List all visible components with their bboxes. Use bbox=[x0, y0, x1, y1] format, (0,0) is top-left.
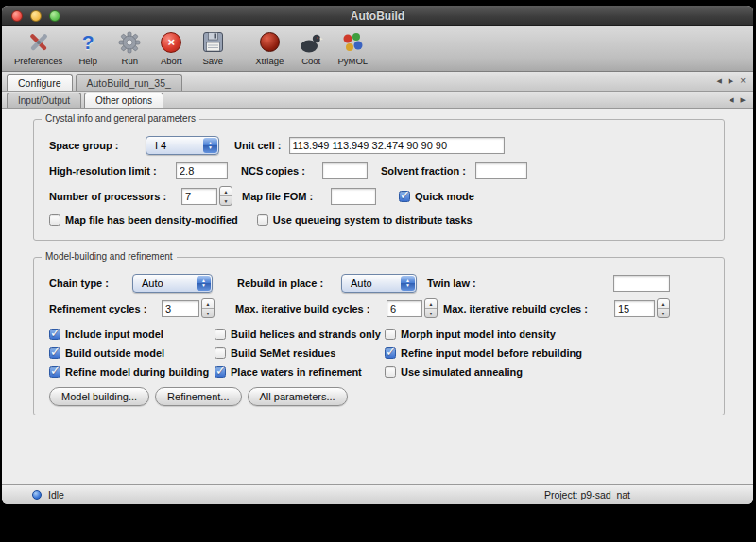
checkbox-build-semet[interactable]: Build SeMet residues bbox=[215, 347, 385, 359]
checkbox-queueing-system[interactable]: Use queueing system to distribute tasks bbox=[257, 214, 472, 226]
checkbox-build-helices-strands[interactable]: Build helices and strands only bbox=[215, 329, 385, 340]
max-rebuild-cycles-stepper[interactable] bbox=[657, 298, 670, 318]
tab-label: AutoBuild_run_35_ bbox=[87, 77, 171, 89]
refinement-button[interactable]: Refinement... bbox=[155, 387, 241, 406]
dropdown-arrows-icon bbox=[401, 276, 415, 291]
processors-stepper[interactable] bbox=[219, 186, 232, 206]
group-title: Crystal info and general parameters bbox=[42, 113, 199, 124]
status-bar: Idle Project: p9-sad_nat bbox=[2, 484, 753, 504]
max-rebuild-cycles-input[interactable] bbox=[614, 300, 655, 317]
preferences-button[interactable]: Preferences bbox=[9, 29, 67, 66]
xtriage-button[interactable]: Xtriage bbox=[249, 29, 290, 66]
unit-cell-label: Unit cell : bbox=[234, 140, 282, 151]
checkbox-box bbox=[399, 191, 410, 202]
refinement-cycles-input[interactable] bbox=[162, 300, 199, 317]
abort-button[interactable]: Abort bbox=[150, 29, 192, 66]
max-build-cycles-stepper[interactable] bbox=[424, 298, 438, 318]
twin-law-input[interactable] bbox=[613, 275, 670, 292]
status-indicator-icon bbox=[32, 490, 42, 500]
solvent-fraction-input[interactable] bbox=[475, 162, 527, 179]
processors-row: Number of processors : Map file FOM : Qu… bbox=[49, 183, 713, 209]
sub-tab-bar: Input/Output Other options ◀ ▶ bbox=[2, 92, 753, 109]
checkbox-refine-during-building[interactable]: Refine model during building bbox=[49, 366, 215, 378]
main-tab-bar: Configure AutoBuild_run_35_ ◀ ▶ × bbox=[2, 72, 753, 92]
checkbox-build-outside-model[interactable]: Build outside model bbox=[49, 347, 215, 359]
model-checkbox-grid: Include input model Build helices and st… bbox=[49, 329, 713, 378]
map-fom-input[interactable] bbox=[331, 188, 376, 205]
close-window-button[interactable] bbox=[11, 10, 23, 22]
all-parameters-button[interactable]: All parameters... bbox=[248, 387, 348, 406]
sub-tab-scroll-left-icon[interactable]: ◀ bbox=[729, 96, 733, 104]
model-buttons-row: Model building... Refinement... All para… bbox=[49, 387, 713, 406]
run-gear-icon bbox=[118, 29, 141, 55]
options-panel: Crystal info and general parameters Spac… bbox=[2, 109, 753, 484]
sub-tab-scroll-right-icon[interactable]: ▶ bbox=[741, 96, 746, 104]
space-group-value: I 4 bbox=[155, 140, 166, 151]
max-rebuild-cycles-label: Max. iterative rebuild cycles : bbox=[443, 303, 588, 314]
cycles-row: Refinement cycles : Max. iterative build… bbox=[49, 296, 713, 321]
resolution-row: High-resolution limit : NCS copies : Sol… bbox=[49, 158, 713, 183]
tab-other-options[interactable]: Other options bbox=[84, 93, 163, 108]
tab-label: Other options bbox=[95, 95, 152, 106]
chain-type-dropdown[interactable]: Auto bbox=[132, 274, 213, 293]
coot-button[interactable]: Coot bbox=[290, 29, 332, 66]
checkbox-label: Refine model during building bbox=[65, 366, 209, 378]
checkbox-box bbox=[385, 329, 396, 340]
checkbox-label: Refine input model before rebuilding bbox=[401, 347, 582, 359]
tab-autobuild-run-35[interactable]: AutoBuild_run_35_ bbox=[76, 74, 182, 91]
help-button[interactable]: ? Help bbox=[67, 29, 109, 66]
checkbox-label: Morph input model into density bbox=[401, 329, 556, 340]
ncs-copies-input[interactable] bbox=[322, 162, 368, 179]
checkbox-box bbox=[385, 347, 396, 359]
max-build-cycles-input[interactable] bbox=[387, 300, 422, 317]
tab-label: Configure bbox=[18, 77, 61, 89]
checkbox-label: Use simulated annealing bbox=[401, 366, 523, 378]
checkbox-simulated-annealing[interactable]: Use simulated annealing bbox=[385, 366, 713, 378]
traffic-lights bbox=[11, 10, 60, 22]
minimize-window-button[interactable] bbox=[30, 10, 42, 22]
save-floppy-icon bbox=[202, 29, 224, 55]
refinement-cycles-label: Refinement cycles : bbox=[49, 303, 154, 314]
tab-configure[interactable]: Configure bbox=[7, 74, 73, 91]
tab-scroll-right-icon[interactable]: ▶ bbox=[729, 77, 733, 85]
processors-input[interactable] bbox=[181, 188, 217, 205]
run-button[interactable]: Run bbox=[109, 29, 150, 66]
rebuild-in-place-dropdown[interactable]: Auto bbox=[341, 274, 417, 293]
space-group-label: Space group : bbox=[49, 140, 146, 151]
tool-label: Run bbox=[122, 56, 138, 66]
checkbox-box bbox=[49, 347, 60, 359]
tab-scroll-left-icon[interactable]: ◀ bbox=[716, 77, 721, 85]
checkbox-label: Include input model bbox=[65, 329, 163, 340]
space-group-dropdown[interactable]: I 4 bbox=[146, 136, 219, 155]
model-building-button[interactable]: Model building... bbox=[49, 387, 149, 406]
checkbox-box bbox=[49, 329, 60, 340]
help-icon: ? bbox=[82, 29, 94, 55]
tab-controls: ◀ ▶ × bbox=[716, 76, 748, 86]
checkbox-refine-before-rebuilding[interactable]: Refine input model before rebuilding bbox=[385, 347, 713, 359]
unit-cell-input[interactable] bbox=[289, 137, 505, 154]
high-res-input[interactable] bbox=[176, 162, 228, 179]
save-button[interactable]: Save bbox=[192, 29, 233, 66]
checkbox-density-modified[interactable]: Map file has been density-modified bbox=[49, 214, 238, 226]
title-bar[interactable]: AutoBuild bbox=[2, 6, 753, 26]
checkbox-quick-mode[interactable]: Quick mode bbox=[399, 191, 474, 202]
ncs-copies-label: NCS copies : bbox=[241, 165, 318, 177]
pymol-button[interactable]: PyMOL bbox=[332, 29, 373, 66]
tool-label: PyMOL bbox=[337, 56, 368, 66]
tab-input-output[interactable]: Input/Output bbox=[7, 93, 81, 108]
desktop-background: AutoBuild Preferences ? Help bbox=[0, 0, 756, 542]
checkbox-box bbox=[257, 214, 268, 226]
checkbox-label: Place waters in refinement bbox=[231, 366, 362, 378]
zoom-window-button[interactable] bbox=[49, 10, 60, 22]
checkbox-box bbox=[215, 347, 226, 359]
checkbox-place-waters[interactable]: Place waters in refinement bbox=[215, 366, 385, 378]
checkbox-include-input-model[interactable]: Include input model bbox=[49, 329, 215, 340]
checkbox-label: Build SeMet residues bbox=[231, 347, 335, 359]
space-group-row: Space group : I 4 Unit cell : bbox=[49, 132, 713, 158]
tab-close-icon[interactable]: × bbox=[740, 76, 746, 86]
crystal-checkbox-row: Map file has been density-modified Use q… bbox=[49, 209, 713, 231]
refinement-cycles-stepper[interactable] bbox=[201, 298, 215, 318]
group-title: Model-building and refinement bbox=[42, 251, 177, 262]
rebuild-in-place-label: Rebuild in place : bbox=[237, 278, 341, 289]
checkbox-morph-input-model[interactable]: Morph input model into density bbox=[385, 329, 713, 340]
